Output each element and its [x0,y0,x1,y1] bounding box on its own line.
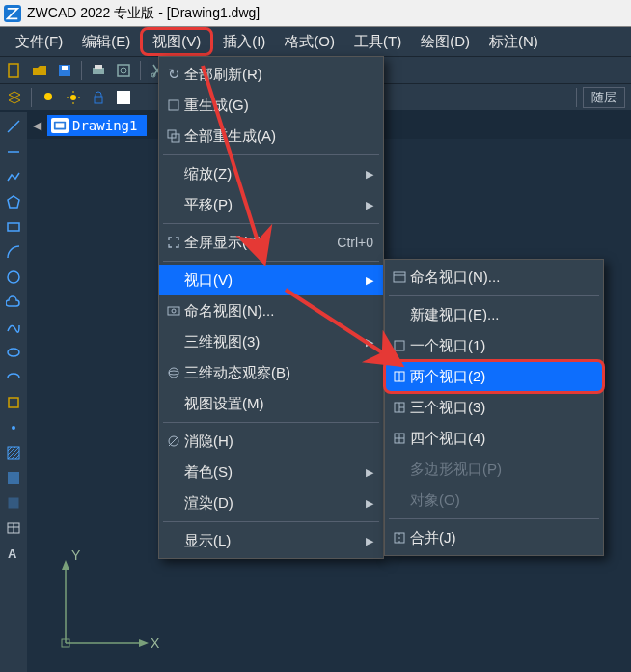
bulb-icon[interactable] [38,87,59,108]
mi-named-viewport[interactable]: 命名视口(N)... [385,262,603,293]
polygon-icon[interactable] [3,191,24,212]
svg-rect-50 [394,272,405,282]
mi-regen[interactable]: 重生成(G) [159,90,383,121]
svg-rect-29 [9,498,18,508]
mi-zoom[interactable]: 缩放(Z) ▶ [159,158,383,189]
mi-viewport[interactable]: 视口(V) ▶ [159,265,383,295]
tab-prev-icon[interactable]: ◀ [27,119,47,132]
mi-render[interactable]: 渲染(D) ▶ [159,488,383,518]
menu-file[interactable]: 文件(F) [6,27,72,56]
gradient-icon[interactable] [3,467,24,489]
svg-rect-44 [168,307,179,315]
ellipse-icon[interactable] [3,342,24,363]
document-tab[interactable]: Drawing1 [47,115,147,136]
three-viewport-icon [389,401,410,414]
open-icon[interactable] [29,60,50,81]
menu-format[interactable]: 格式(O) [275,27,344,56]
ucs-axis-icon: Y X [46,546,162,662]
mi-hide[interactable]: 消隐(H) [159,426,383,457]
lock-icon[interactable] [88,87,109,108]
regen-all-icon [163,129,184,143]
svg-rect-25 [9,398,18,407]
submenu-arrow-icon: ▶ [364,199,373,211]
mi-polygon-viewport: 多边形视口(P) [385,454,603,485]
color-swatch-icon[interactable] [113,87,134,108]
two-viewport-icon [389,370,410,383]
menu-tools[interactable]: 工具(T) [344,27,411,56]
preview-icon[interactable] [113,60,134,81]
print-icon[interactable] [88,60,109,81]
ellipse-arc-icon[interactable] [3,367,24,388]
mi-three-viewport[interactable]: 三个视口(3) [385,392,603,423]
menubar: 文件(F) 编辑(E) 视图(V) 插入(I) 格式(O) 工具(T) 绘图(D… [0,27,631,56]
svg-rect-22 [8,223,19,231]
four-viewport-icon [389,432,410,445]
polyline-icon[interactable] [3,166,24,187]
mi-two-viewport[interactable]: 两个视口(2) [385,361,603,392]
svg-point-45 [172,309,176,313]
one-viewport-icon [389,339,410,352]
mi-shade[interactable]: 着色(S) ▶ [159,457,383,488]
table-icon[interactable] [3,518,24,539]
cloud-icon[interactable] [3,292,24,313]
mi-fullscreen[interactable]: 全屏显示(C) Ctrl+0 [159,227,383,258]
layer-label: 随层 [583,87,625,108]
menu-draw[interactable]: 绘图(D) [411,27,480,56]
svg-point-6 [121,68,126,73]
new-icon[interactable] [4,60,25,81]
separator [81,61,82,80]
mi-regen-all[interactable]: 全部重生成(A) [159,121,383,152]
circle-icon[interactable] [3,266,24,288]
mi-view3d[interactable]: 三维视图(3) ▶ [159,326,383,357]
mi-merge-viewport[interactable]: 合并(J) [385,522,603,553]
menu-view[interactable]: 视图(V) [140,27,213,56]
line-icon[interactable] [3,116,24,137]
tab-strip: ◀ Drawing1 [27,112,147,139]
arc-icon[interactable] [3,241,24,263]
svg-marker-37 [62,560,69,570]
view-menu-popup: ↻ 全部刷新(R) 重生成(G) 全部重生成(A) 缩放(Z) ▶ 平移(P) … [158,56,384,559]
mi-orbit3d[interactable]: 三维动态观察(B) [159,357,383,388]
submenu-arrow-icon: ▶ [364,336,373,349]
layer-selector[interactable]: 随层 [574,87,631,108]
menu-insert[interactable]: 插入(I) [213,27,275,56]
sun-icon[interactable] [63,87,84,108]
svg-rect-41 [169,100,178,110]
mi-refresh-all[interactable]: ↻ 全部刷新(R) [159,59,383,90]
mi-one-viewport[interactable]: 一个视口(1) [385,330,603,361]
menu-separator [163,154,379,155]
region-icon[interactable] [3,492,24,514]
named-viewport-icon [389,270,410,284]
menu-dim[interactable]: 标注(N) [480,27,548,56]
mi-named-view[interactable]: 命名视图(N)... [159,295,383,326]
mi-pan[interactable]: 平移(P) ▶ [159,189,383,220]
ray-icon[interactable] [3,141,24,162]
refresh-icon: ↻ [163,66,184,83]
mi-display[interactable]: 显示(L) ▶ [159,525,383,556]
rectangle-icon[interactable] [3,216,24,238]
title-text: ZWCAD 2022 专业版 - [Drawing1.dwg] [27,5,260,22]
mi-new-viewport[interactable]: 新建视口(E)... [385,299,603,330]
save-icon[interactable] [54,60,75,81]
menu-edit[interactable]: 编辑(E) [72,27,140,56]
svg-point-23 [8,271,19,283]
svg-point-12 [70,95,76,100]
svg-rect-3 [93,68,104,74]
submenu-arrow-icon: ▶ [364,466,373,479]
fullscreen-icon [163,236,184,249]
hatch-icon[interactable] [3,442,24,463]
point-icon[interactable] [3,417,24,438]
block-icon[interactable] [3,392,24,413]
menu-separator [389,518,599,519]
mi-object-viewport: 对象(O) [385,485,603,516]
layer-icon[interactable] [4,87,25,108]
menu-separator [163,223,379,224]
text-icon[interactable]: A [3,543,24,564]
shortcut-label: Ctrl+0 [337,235,373,250]
svg-point-11 [44,93,52,100]
svg-rect-52 [395,341,404,350]
mi-four-viewport[interactable]: 四个视口(4) [385,423,603,454]
spline-icon[interactable] [3,317,24,338]
menu-separator [163,422,379,423]
mi-view-settings[interactable]: 视图设置(M) [159,388,383,419]
